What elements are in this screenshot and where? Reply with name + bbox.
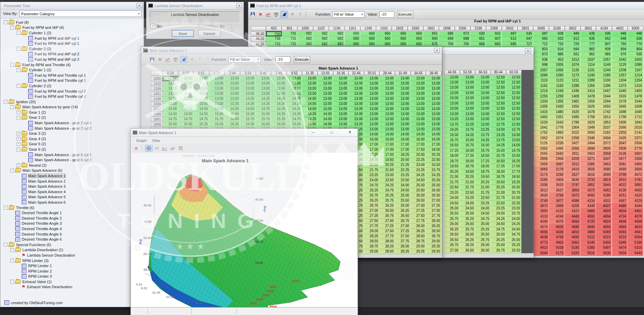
cell[interactable]: 13.00 bbox=[178, 96, 194, 101]
cell[interactable]: 15.00 bbox=[163, 122, 178, 127]
cell[interactable]: 2647 bbox=[612, 141, 628, 146]
cell[interactable]: 24.00 bbox=[506, 217, 522, 222]
cell[interactable]: 13.00 bbox=[163, 96, 178, 101]
tree-item[interactable]: Main Spark Advance - gear 2 cyl 1 bbox=[2, 120, 142, 126]
cell[interactable]: 13.00 bbox=[209, 91, 225, 96]
cell[interactable]: 1123 bbox=[549, 78, 565, 83]
cell[interactable]: 635 bbox=[580, 36, 596, 41]
cell[interactable]: 14.25 bbox=[287, 112, 302, 117]
cell[interactable]: 22.50 bbox=[444, 185, 460, 190]
collapse-icon[interactable]: − bbox=[4, 206, 7, 209]
cell[interactable]: 26.50 bbox=[460, 248, 476, 253]
tree-item[interactable]: Fuel by RPM and Throttle cyl 1 bbox=[2, 78, 142, 84]
cell[interactable]: 1578 bbox=[612, 99, 628, 104]
cell[interactable]: 3459 bbox=[628, 162, 643, 167]
cell[interactable]: 28.00 bbox=[364, 229, 380, 234]
cell[interactable]: 13.25 bbox=[225, 101, 240, 107]
cell[interactable]: 13.25 bbox=[444, 117, 460, 122]
cell[interactable]: 13.00 bbox=[442, 96, 442, 101]
cell[interactable]: 12.50 bbox=[506, 117, 522, 122]
cell[interactable]: 13.00 bbox=[426, 91, 442, 96]
cell[interactable]: 1240 bbox=[596, 68, 612, 73]
cell[interactable]: 13.00 bbox=[411, 127, 426, 132]
tree-item-label[interactable]: Neutral (2) bbox=[29, 163, 47, 167]
cell[interactable]: 727 bbox=[518, 42, 533, 47]
cell[interactable]: 13.00 bbox=[333, 117, 349, 122]
cell[interactable]: 13.00 bbox=[240, 86, 256, 91]
cell[interactable]: 16.00 bbox=[379, 137, 395, 142]
cell[interactable]: 1685 bbox=[565, 115, 580, 120]
cell[interactable]: 27.75 bbox=[411, 219, 426, 224]
cell[interactable]: 20.75 bbox=[506, 190, 522, 196]
cell[interactable]: 3135 bbox=[612, 151, 628, 156]
cell[interactable]: 22.25 bbox=[506, 201, 522, 206]
tree-item[interactable]: −Fuel by RPM and Throttle (4) bbox=[2, 62, 142, 68]
cell[interactable]: 13.00 bbox=[395, 76, 411, 81]
cell[interactable]: 14.75 bbox=[163, 117, 178, 122]
cell[interactable]: 675 bbox=[423, 42, 439, 47]
cell[interactable]: 22.50 bbox=[426, 158, 442, 163]
cell[interactable]: 13.00 bbox=[194, 86, 209, 91]
cell[interactable]: 3581 bbox=[612, 162, 628, 167]
cell[interactable]: 13.00 bbox=[163, 86, 178, 91]
cell[interactable]: 715 bbox=[282, 42, 297, 47]
cell[interactable]: 12.50 bbox=[491, 106, 506, 111]
cell[interactable]: 25.00 bbox=[426, 178, 442, 183]
tree-item-label[interactable]: Desired Throttle Angle 6 bbox=[22, 237, 62, 241]
cell[interactable]: 5062 bbox=[565, 240, 580, 245]
tree-item[interactable]: −Main Spark Advance by gear (14) bbox=[2, 105, 142, 110]
cell[interactable]: 14.25 bbox=[271, 101, 287, 107]
collapse-icon[interactable]: − bbox=[17, 31, 20, 35]
cell[interactable]: 15.00 bbox=[442, 132, 442, 137]
cell[interactable]: 4249 bbox=[549, 214, 565, 219]
cell[interactable]: 14.00 bbox=[163, 107, 178, 112]
cell[interactable]: 17.50 bbox=[411, 147, 426, 152]
cell[interactable]: 13.00 bbox=[395, 117, 411, 122]
col-header-cell[interactable]: 2602 bbox=[502, 26, 518, 31]
cell[interactable]: 1355 bbox=[533, 104, 549, 109]
cell[interactable]: 4216 bbox=[580, 199, 596, 204]
cell[interactable]: 16.25 bbox=[209, 122, 225, 127]
cell[interactable]: 3007 bbox=[628, 151, 643, 156]
col-header-cell[interactable]: 2199 bbox=[470, 26, 486, 31]
cell[interactable]: 3993 bbox=[533, 209, 549, 214]
cell[interactable]: 4205 bbox=[565, 204, 580, 209]
cell[interactable]: 3356 bbox=[628, 156, 643, 162]
cell[interactable]: 4002 bbox=[628, 188, 643, 193]
cell[interactable]: 4186 bbox=[596, 193, 612, 198]
cell[interactable]: 18.00 bbox=[475, 164, 491, 169]
cell[interactable]: 13.00 bbox=[271, 76, 287, 81]
cell[interactable]: 14.00 bbox=[178, 107, 194, 112]
cell[interactable]: 13.00 bbox=[209, 76, 225, 81]
cell[interactable]: 13.00 bbox=[426, 101, 442, 107]
cell[interactable]: 650 bbox=[360, 36, 376, 41]
tree-item-label[interactable]: Fuel by RPM and IAP cyl 1 bbox=[35, 41, 79, 45]
cell[interactable]: 4720 bbox=[580, 219, 596, 224]
tree-item[interactable]: −Cylinder 1 (2) bbox=[2, 30, 142, 36]
cell[interactable]: 27.25 bbox=[426, 203, 442, 208]
cell[interactable]: 4437 bbox=[596, 204, 612, 209]
expand-icon[interactable]: + bbox=[17, 137, 20, 141]
col-header-cell[interactable]: 5000 bbox=[628, 26, 643, 31]
cell[interactable]: 14.75 bbox=[256, 107, 271, 112]
cell[interactable]: 27.00 bbox=[411, 203, 426, 208]
col-header-cell[interactable]: 1301 bbox=[345, 26, 360, 31]
col-header-cell[interactable]: 602 bbox=[266, 26, 282, 31]
cell[interactable]: 1243 bbox=[549, 89, 565, 94]
cell[interactable]: 650 bbox=[408, 36, 423, 41]
cell[interactable]: 1529 bbox=[533, 120, 549, 125]
cell[interactable]: 4935 bbox=[565, 235, 580, 240]
cell[interactable]: 672 bbox=[455, 31, 470, 36]
tree-item-label[interactable]: Fuel by RPM and IAP cyl 2 bbox=[35, 52, 79, 56]
cell[interactable]: 25.50 bbox=[395, 198, 411, 203]
cell[interactable]: 2182 bbox=[596, 130, 612, 135]
cell[interactable]: 27.25 bbox=[411, 208, 426, 214]
tree-item-label[interactable]: Cylinder 2 (2) bbox=[29, 84, 51, 88]
row-header-cell[interactable]: 1301 bbox=[151, 91, 163, 96]
cell[interactable]: 13.00 bbox=[302, 91, 318, 96]
cell[interactable]: 650 bbox=[345, 31, 360, 36]
cell[interactable]: 535 bbox=[518, 31, 533, 36]
cell[interactable]: 15.00 bbox=[475, 143, 491, 148]
cell[interactable]: 1949 bbox=[580, 125, 596, 130]
save-button[interactable]: Save bbox=[172, 30, 194, 37]
